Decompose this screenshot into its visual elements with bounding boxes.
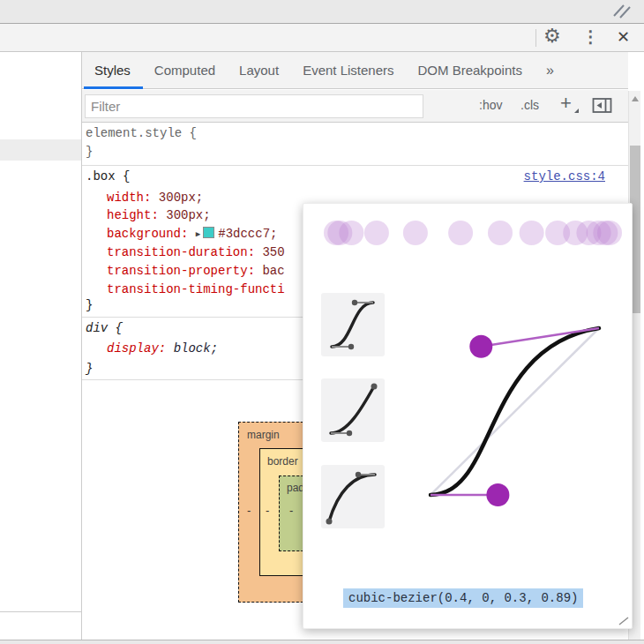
tab-computed[interactable]: Computed: [154, 63, 215, 78]
filter-bar: :hov .cls +: [82, 90, 628, 123]
box-rule-selector[interactable]: .box {: [86, 169, 130, 183]
preview-dot[interactable]: [597, 221, 622, 245]
preview-dot[interactable]: [448, 221, 473, 245]
devtools-window: ⚙ ⋮ ✕ Styles Computed Layout Event Liste…: [0, 0, 644, 644]
padding-value[interactable]: -: [289, 504, 293, 517]
tab-dom-breakpoints[interactable]: DOM Breakpoints: [418, 63, 522, 78]
long-press-triangle-icon: [574, 109, 579, 113]
margin-value[interactable]: -: [247, 504, 251, 517]
page-top-strip: [0, 0, 644, 24]
border-value[interactable]: -: [266, 504, 269, 517]
close-icon[interactable]: ✕: [617, 27, 630, 46]
selected-element-row[interactable]: [0, 139, 81, 161]
css-property-transition-property[interactable]: transition-property: bac: [107, 264, 285, 278]
class-toggle-button[interactable]: .cls: [520, 98, 539, 112]
elements-panel: [0, 52, 82, 640]
toolbar-separator: [535, 29, 536, 47]
disclosure-triangle-icon[interactable]: ▶: [196, 230, 200, 239]
div-rule-close: }: [86, 362, 93, 376]
linear-reference-line: [431, 328, 599, 495]
margin-label: margin: [247, 429, 280, 441]
resize-handle-icon[interactable]: [610, 3, 633, 20]
pseudo-state-button[interactable]: :hov: [479, 98, 502, 112]
scroll-up-icon[interactable]: [632, 96, 639, 101]
preset-ease-in-button[interactable]: [321, 378, 385, 442]
tab-layout[interactable]: Layout: [239, 63, 279, 78]
tab-styles[interactable]: Styles: [94, 63, 131, 78]
rule-divider: [82, 165, 628, 166]
preview-dot[interactable]: [364, 221, 389, 245]
preset-ease-in-icon: [321, 378, 385, 442]
css-property-transition-duration[interactable]: transition-duration: 350: [107, 245, 285, 259]
css-property-height[interactable]: height: 300px;: [107, 208, 211, 222]
elements-panel-divider: [0, 611, 81, 612]
preview-dot[interactable]: [520, 221, 544, 245]
css-property-width[interactable]: width: 300px;: [107, 191, 203, 205]
control-handle-line-2: [481, 328, 599, 347]
tab-event-listeners[interactable]: Event Listeners: [303, 63, 393, 78]
bezier-value-text[interactable]: cubic-bezier(0.4, 0, 0.3, 0.89): [343, 588, 583, 608]
active-tab-underline: [84, 86, 143, 89]
control-point-2[interactable]: [469, 335, 492, 358]
border-label: border: [267, 455, 298, 468]
element-style-selector[interactable]: element.style {: [86, 126, 197, 140]
preset-ease-in-out-button[interactable]: [321, 293, 385, 356]
div-rule-selector[interactable]: div {: [86, 321, 123, 335]
bezier-editor-popup: cubic-bezier(0.4, 0, 0.3, 0.89): [303, 203, 633, 629]
preview-dot[interactable]: [403, 221, 428, 245]
preset-ease-in-out-icon: [321, 293, 385, 356]
source-link[interactable]: style.css:4: [524, 169, 605, 183]
overflow-tabs-icon[interactable]: »: [546, 63, 554, 79]
gear-icon[interactable]: ⚙: [543, 25, 561, 47]
css-property-background[interactable]: background: ▶#3dccc7;: [107, 227, 277, 241]
preset-ease-out-button[interactable]: [321, 465, 385, 528]
element-style-close: }: [86, 145, 93, 159]
sidebar-toggle-icon[interactable]: [592, 96, 613, 116]
color-swatch[interactable]: [203, 227, 214, 238]
popup-resize-corner[interactable]: [618, 616, 630, 626]
devtools-toolbar: ⚙ ⋮ ✕: [0, 24, 644, 52]
preset-ease-out-icon: [321, 465, 385, 528]
css-property-display[interactable]: display: block;: [107, 341, 218, 356]
control-point-1[interactable]: [486, 483, 509, 506]
preview-dot[interactable]: [488, 221, 513, 245]
sidebar-tab-strip: Styles Computed Layout Event Listeners D…: [82, 52, 628, 89]
box-rule-close: }: [86, 298, 93, 312]
page-bottom-strip: [0, 640, 644, 644]
kebab-menu-icon[interactable]: ⋮: [582, 26, 599, 47]
preview-dot[interactable]: [339, 221, 363, 245]
filter-input[interactable]: [85, 94, 423, 118]
css-property-transition-timing-function[interactable]: transition-timing-functi: [107, 282, 285, 296]
new-style-rule-button[interactable]: +: [560, 92, 572, 115]
